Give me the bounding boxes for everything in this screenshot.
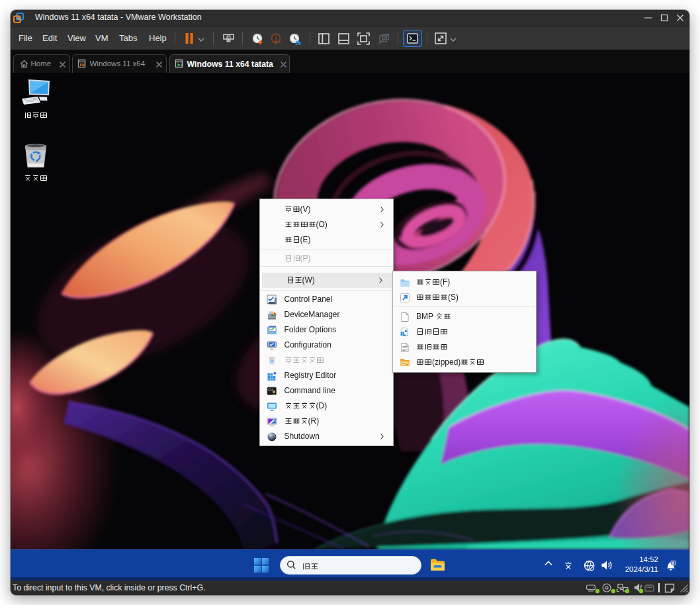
svg-text:C:\: C:\ — [268, 388, 273, 392]
